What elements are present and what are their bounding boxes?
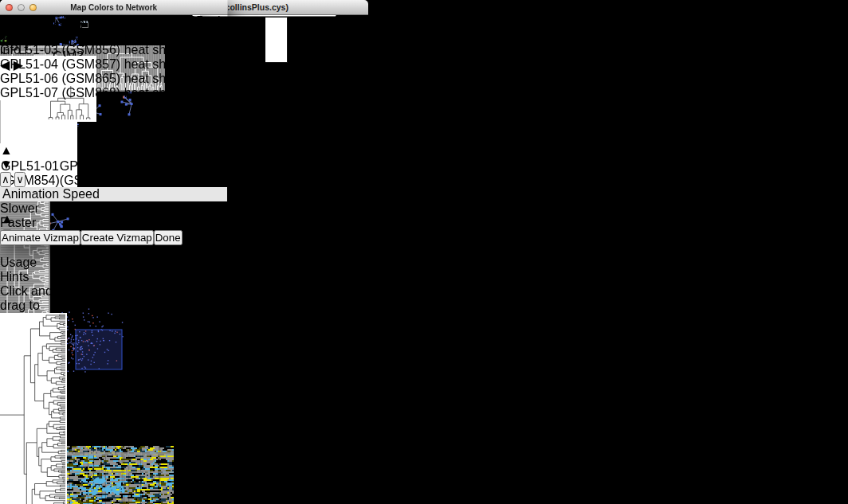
scrollbar-thumb[interactable] <box>1 100 9 129</box>
animation-speed-label: Animation Speed <box>0 187 227 201</box>
label-gap <box>265 17 288 63</box>
usage-hints-panel: Usage Hints Click and drag to <box>0 256 53 311</box>
dialog-title-bar[interactable]: Map Colors to Network <box>0 0 227 15</box>
status-middle-hint: Middle- <box>324 481 366 494</box>
attribute-item[interactable]: GPL51-06 (GSM865) heat shock 40 min <box>0 72 227 86</box>
attribute-item[interactable]: GPL51-07 (GSM868) heat shock 60 min <box>0 86 227 100</box>
usage-hints-line2: Click and drag to <box>0 284 53 313</box>
attribute-item[interactable]: GPL51-04 (GSM857) heat shock 20 min <box>0 57 227 72</box>
move-up-button[interactable]: ∧ <box>0 172 11 187</box>
dialog-title: Map Colors to Network <box>0 3 227 12</box>
dialog-buttons: Animate VizmapCreate VizmapDone <box>0 230 227 245</box>
map-colors-dialog: Map Colors to Network Attribute List GPL… <box>0 0 227 245</box>
scroll-up-arrow-icon[interactable]: ▲ <box>0 143 6 158</box>
column-label: GPL51-08 (GSM872) <box>354 159 413 188</box>
slower-label: Slower <box>0 201 227 216</box>
animate-vizmap-button[interactable]: Animate Vizmap <box>0 230 80 245</box>
vertical-scrollbar[interactable] <box>0 100 9 143</box>
attribute-item[interactable]: GPL51-02 (GSM855) heat shock 10 min <box>0 29 227 43</box>
column-label: GPL51-06 (GSM865) <box>236 159 295 188</box>
column-label: GPL51-07 (GSM868) <box>295 159 354 188</box>
done-button[interactable]: Done <box>154 230 183 245</box>
attribute-item[interactable]: GPL51-03 (GSM856) heat shock 15 min <box>0 43 227 57</box>
attribute-items: GPL51-01 (GSM854) heat shock 05 minGPL51… <box>0 14 227 100</box>
attribute-item[interactable]: GPL51-01 (GSM854) heat shock 05 min <box>0 14 227 29</box>
attribute-list[interactable]: GPL51-01 (GSM854) heat shock 05 minGPL51… <box>0 14 227 172</box>
usage-hints-line1: Usage Hints <box>0 256 53 284</box>
create-vizmap-button[interactable]: Create Vizmap <box>80 230 154 245</box>
gene-dendrogram-panel[interactable] <box>0 313 67 504</box>
desktop: Cytoscape Desktop (Session Name: collins… <box>0 0 848 504</box>
scroll-down-arrow-icon[interactable]: ▼ <box>0 158 6 172</box>
gene-dendrogram-canvas[interactable] <box>0 313 65 504</box>
move-down-button[interactable]: ∨ <box>14 172 26 187</box>
faster-label: Faster <box>0 216 227 230</box>
